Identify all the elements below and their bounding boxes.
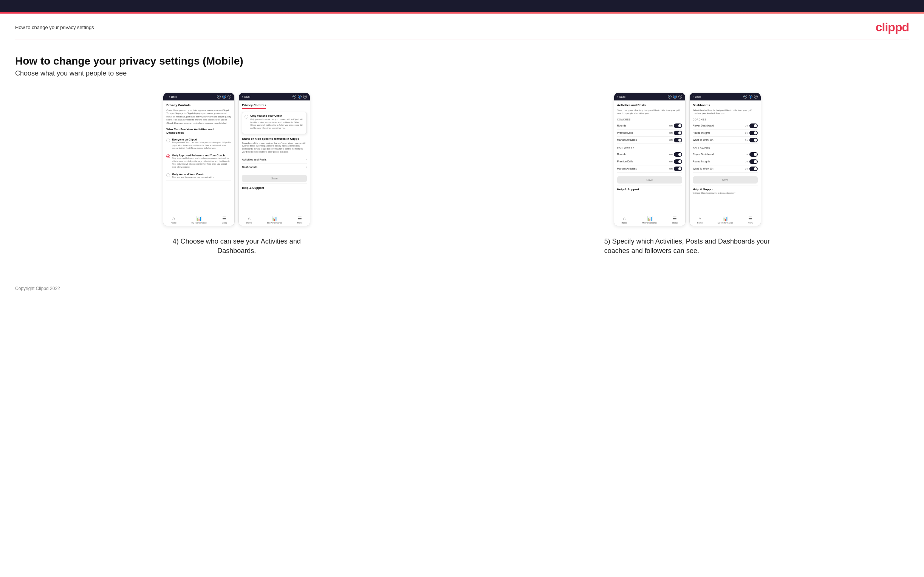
dashboards-desc: Select the dashboards that you'd like to…	[693, 109, 758, 115]
chevron-dashboards: ›	[306, 165, 307, 169]
followers-round-insights-toggle[interactable]	[750, 160, 758, 164]
back-button-4[interactable]: ‹ Back	[693, 95, 701, 98]
menu-icon-3: ☰	[673, 216, 677, 221]
activities-posts-desc: Select the types of activity that you'd …	[617, 109, 682, 115]
main-content: How to change your privacy settings (Mob…	[0, 40, 924, 278]
followers-label-4: FOLLOWERS	[693, 147, 758, 150]
followers-what-to-work-toggle[interactable]	[750, 166, 758, 171]
search-icon-3[interactable]: 🔍	[668, 95, 672, 98]
nav-menu-2[interactable]: ☰ Menu	[297, 216, 303, 224]
header: How to change your privacy settings clip…	[0, 14, 924, 34]
popup-desc: Only you and the coaches you connect wit…	[250, 118, 304, 130]
settings-icon-3[interactable]: ⚙	[678, 95, 682, 98]
nav-home-3[interactable]: ⌂ Home	[622, 216, 627, 224]
nav-performance-4[interactable]: 📊 My Performance	[718, 216, 733, 224]
coaches-round-insights-toggle[interactable]	[750, 131, 758, 135]
popup-box: Only You and Your Coach Only you and the…	[242, 112, 307, 134]
save-button-4[interactable]: Save	[693, 176, 758, 184]
profile-icon-2[interactable]: 👤	[298, 95, 302, 98]
radio-outer-coach	[166, 173, 170, 177]
back-button-2[interactable]: ‹ Back	[242, 95, 250, 98]
radio-approved-desc: Only approved followers and coaches you …	[172, 157, 231, 169]
privacy-tab-2: Privacy Controls	[242, 103, 266, 109]
profile-icon-3[interactable]: 👤	[673, 95, 677, 98]
home-icon-3: ⌂	[623, 216, 625, 221]
back-button-1[interactable]: ‹ < Back	[166, 95, 177, 98]
search-icon-4[interactable]: 🔍	[743, 95, 747, 98]
popup-radio-outer	[244, 115, 248, 119]
radio-coach-only[interactable]: Only You and Your Coach Only you and the…	[166, 171, 231, 181]
top-bar-stripe	[0, 12, 924, 14]
followers-drills-row: Practice Drills ON	[617, 158, 682, 165]
who-can-see-title: Who Can See Your Activities and Dashboar…	[166, 127, 231, 134]
search-icon[interactable]: 🔍	[217, 95, 221, 98]
dashboards-row[interactable]: Dashboards ›	[242, 163, 307, 171]
home-icon: ⌂	[172, 216, 175, 221]
coaches-manual-label: Manual Activities	[617, 139, 637, 141]
footer: Copyright Clippd 2022	[0, 278, 924, 299]
coaches-player-dashboard-label: Player Dashboard	[693, 124, 714, 127]
dashboards-label: Dashboards	[242, 165, 257, 169]
nav-performance-2[interactable]: 📊 My Performance	[267, 216, 282, 224]
help-title-4: Help & Support	[693, 188, 758, 191]
save-button-3[interactable]: Save	[617, 176, 682, 184]
search-icon-2[interactable]: 🔍	[292, 95, 296, 98]
nav-home-label-2: Home	[246, 222, 252, 224]
nav-performance-3[interactable]: 📊 My Performance	[642, 216, 657, 224]
nav-home-4[interactable]: ⌂ Home	[697, 216, 703, 224]
nav-home-1[interactable]: ⌂ Home	[171, 216, 176, 224]
breadcrumb: How to change your privacy settings	[15, 24, 94, 30]
profile-icon-4[interactable]: 👤	[749, 95, 753, 98]
settings-icon-2[interactable]: ⚙	[303, 95, 307, 98]
followers-what-to-work-label: What To Work On	[693, 167, 714, 170]
settings-icon[interactable]: ⚙	[228, 95, 231, 98]
nav-menu-1[interactable]: ☰ Menu	[222, 216, 227, 224]
nav-menu-label-1: Menu	[222, 222, 227, 224]
phone-1: ‹ < Back 🔍 👤 ⚙ Privacy Controls Control …	[163, 92, 235, 226]
coaches-player-dashboard-toggle[interactable]	[750, 124, 758, 128]
mockup-row: ‹ < Back 🔍 👤 ⚙ Privacy Controls Control …	[15, 92, 909, 256]
followers-player-dashboard-toggle[interactable]	[750, 152, 758, 157]
settings-icon-4[interactable]: ⚙	[754, 95, 758, 98]
coaches-what-to-work-toggle[interactable]	[750, 138, 758, 142]
phone-4-nav: ⌂ Home 📊 My Performance ☰ Menu	[690, 214, 761, 226]
privacy-controls-title: Privacy Controls	[166, 103, 231, 107]
followers-manual-toggle[interactable]	[674, 166, 682, 171]
phone-4-header: ‹ Back 🔍 👤 ⚙	[690, 93, 761, 100]
help-title-2: Help & Support	[242, 186, 307, 190]
radio-approved[interactable]: Only Approved Followers and Your Coach O…	[166, 152, 231, 171]
coaches-label-3: COACHES	[617, 118, 682, 121]
header-icons-2: 🔍 👤 ⚙	[292, 95, 307, 98]
coaches-player-dashboard-row: Player Dashboard ON	[693, 122, 758, 129]
nav-menu-label-2: Menu	[297, 222, 303, 224]
coaches-round-insights-row: Round Insights ON	[693, 129, 758, 137]
coaches-what-to-work-row: What To Work On ON	[693, 137, 758, 144]
coaches-manual-toggle[interactable]	[674, 138, 682, 142]
followers-player-dashboard-row: Player Dashboard ON	[693, 151, 758, 158]
copyright: Copyright Clippd 2022	[15, 286, 60, 291]
nav-performance-1[interactable]: 📊 My Performance	[192, 216, 207, 224]
nav-home-label-3: Home	[622, 222, 627, 224]
phone-4-body: Dashboards Select the dashboards that yo…	[690, 100, 761, 214]
coaches-round-insights-label: Round Insights	[693, 131, 711, 134]
phone-1-body: Privacy Controls Control how you and you…	[163, 100, 234, 214]
radio-outer-approved	[166, 155, 170, 158]
profile-icon[interactable]: 👤	[222, 95, 226, 98]
save-button-2[interactable]: Save	[242, 175, 307, 182]
nav-menu-3[interactable]: ☰ Menu	[672, 216, 678, 224]
nav-menu-label-4: Menu	[748, 222, 753, 224]
radio-everyone[interactable]: Everyone on Clippd Everyone on Clippd ca…	[166, 136, 231, 152]
followers-manual-label: Manual Activities	[617, 167, 637, 170]
activities-posts-row[interactable]: Activities and Posts ›	[242, 156, 307, 163]
followers-drills-label: Practice Drills	[617, 160, 633, 163]
nav-menu-4[interactable]: ☰ Menu	[748, 216, 753, 224]
coaches-drills-toggle[interactable]	[674, 131, 682, 135]
followers-drills-toggle[interactable]	[674, 160, 682, 164]
nav-home-2[interactable]: ⌂ Home	[246, 216, 252, 224]
back-button-3[interactable]: ‹ Back	[617, 95, 625, 98]
coaches-label-4: COACHES	[693, 118, 758, 121]
chart-icon-4: 📊	[722, 216, 728, 221]
followers-rounds-toggle[interactable]	[674, 152, 682, 157]
coaches-rounds-row: Rounds ON	[617, 122, 682, 129]
coaches-rounds-toggle[interactable]	[674, 124, 682, 128]
